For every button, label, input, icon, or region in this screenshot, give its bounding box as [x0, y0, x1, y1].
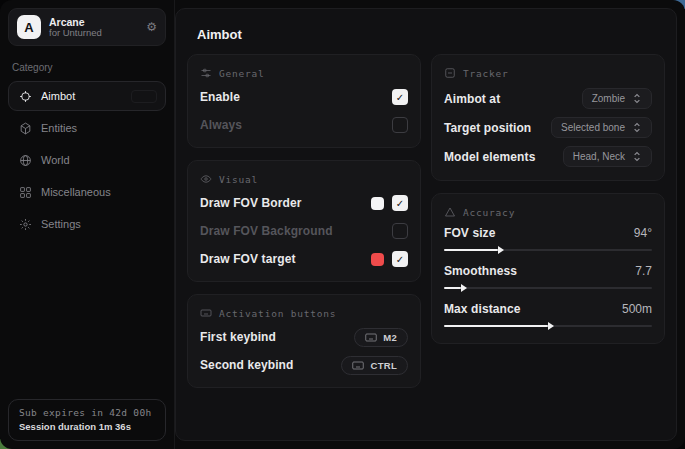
color-swatch-white[interactable] — [371, 197, 384, 210]
brand-name: Arcane — [49, 16, 138, 28]
sidebar-item-aimbot[interactable]: Aimbot — [8, 81, 166, 111]
sidebar-item-label: Settings — [41, 218, 81, 230]
setting-label: First keybind — [200, 330, 276, 344]
first-keybind-button[interactable]: M2 — [354, 328, 408, 347]
fov-border-checkbox[interactable]: ✓ — [392, 195, 408, 211]
second-keybind-button[interactable]: CTRL — [341, 356, 408, 375]
keyboard-icon — [352, 361, 364, 370]
color-swatch-red[interactable] — [371, 253, 384, 266]
max-distance-slider[interactable] — [444, 320, 652, 332]
aimbot-keybind-hint — [131, 90, 157, 103]
aimbot-at-select[interactable]: Zombie — [582, 88, 652, 109]
max-distance-value: 500m — [622, 302, 652, 316]
gear-icon[interactable]: ⚙ — [146, 20, 157, 34]
enable-checkbox[interactable]: ✓ — [392, 89, 408, 105]
setting-label: Draw FOV target — [200, 252, 296, 266]
left-column: General Enable ✓ Always — [187, 54, 421, 388]
fov-size-slider[interactable] — [444, 244, 652, 256]
setting-row-max-distance: Max distance 500m — [444, 302, 652, 332]
right-column: Tracker Aimbot at Zombie Target position — [431, 54, 665, 344]
setting-label: Smoothness — [444, 264, 517, 278]
triangle-icon — [444, 206, 456, 218]
accuracy-card: Accuracy FOV size 94° — [431, 193, 665, 344]
keyboard-icon — [365, 333, 377, 342]
slider-fill — [444, 325, 548, 327]
sidebar-item-world[interactable]: World — [8, 145, 166, 175]
setting-label: Aimbot at — [444, 92, 500, 106]
model-elements-select[interactable]: Head, Neck — [563, 146, 652, 167]
setting-label: FOV size — [444, 226, 495, 240]
setting-row-target-position: Target position Selected bone — [444, 115, 652, 140]
sidebar-item-settings[interactable]: Settings — [8, 209, 166, 239]
setting-label: Max distance — [444, 302, 521, 316]
setting-label: Second keybind — [200, 358, 293, 372]
session-duration-text: Session duration 1m 36s — [19, 421, 155, 432]
fov-background-checkbox[interactable] — [392, 223, 408, 239]
section-title: Tracker — [463, 68, 509, 79]
main-panel: Aimbot General Enable ✓ Al — [175, 8, 677, 441]
sidebar: A Arcane for Unturned ⚙ Category Aimbot — [0, 0, 175, 449]
visual-card: Visual Draw FOV Border ✓ Draw FOV Backgr… — [187, 160, 421, 282]
setting-row-aimbot-at: Aimbot at Zombie — [444, 86, 652, 111]
sidebar-nav: Aimbot Entities World — [8, 81, 166, 239]
sliders-icon — [200, 67, 212, 79]
tracker-card: Tracker Aimbot at Zombie Target position — [431, 54, 665, 181]
eye-icon — [200, 173, 212, 185]
fov-target-checkbox[interactable]: ✓ — [392, 251, 408, 267]
brand-logo: A — [17, 15, 41, 39]
sidebar-item-label: Entities — [41, 122, 77, 134]
sidebar-item-miscellaneous[interactable]: Miscellaneous — [8, 177, 166, 207]
smoothness-slider[interactable] — [444, 282, 652, 294]
slider-fill — [444, 249, 498, 251]
chevron-up-down-icon — [632, 151, 642, 162]
entities-icon — [19, 122, 32, 135]
setting-row-fov-target: Draw FOV target ✓ — [200, 248, 408, 270]
category-label: Category — [12, 62, 166, 73]
chevron-up-down-icon — [632, 93, 642, 104]
setting-row-model-elements: Model elements Head, Neck — [444, 144, 652, 169]
page-title: Aimbot — [197, 27, 665, 42]
setting-row-first-keybind: First keybind M2 — [200, 326, 408, 348]
always-checkbox[interactable] — [392, 117, 408, 133]
setting-label: Always — [200, 118, 242, 132]
setting-row-fov-size: FOV size 94° — [444, 226, 652, 256]
chevron-up-down-icon — [632, 122, 642, 133]
subscription-status-card: Sub expires in 42d 00h Session duration … — [8, 399, 166, 441]
sidebar-item-label: Aimbot — [41, 90, 75, 102]
sub-expires-text: Sub expires in 42d 00h — [19, 407, 155, 418]
sidebar-item-entities[interactable]: Entities — [8, 113, 166, 143]
setting-row-second-keybind: Second keybind CTRL — [200, 354, 408, 376]
setting-row-fov-border: Draw FOV Border ✓ — [200, 192, 408, 214]
globe-icon — [19, 154, 32, 167]
brand-header: A Arcane for Unturned ⚙ — [8, 8, 166, 46]
setting-row-always: Always — [200, 114, 408, 136]
activation-card: Activation buttons First keybind M2 Seco… — [187, 294, 421, 388]
sidebar-item-label: World — [41, 154, 70, 166]
setting-row-smoothness: Smoothness 7.7 — [444, 264, 652, 294]
section-title: Activation buttons — [219, 308, 336, 319]
crosshair-icon — [19, 90, 32, 103]
grid-icon — [19, 186, 32, 199]
cheat-menu-window: A Arcane for Unturned ⚙ Category Aimbot — [0, 0, 685, 449]
section-title: Visual — [219, 174, 258, 185]
square-minus-icon — [444, 67, 456, 79]
slider-fill — [444, 287, 461, 289]
setting-row-enable: Enable ✓ — [200, 86, 408, 108]
setting-label: Target position — [444, 121, 531, 135]
smoothness-value: 7.7 — [635, 264, 652, 278]
setting-row-fov-background: Draw FOV Background — [200, 220, 408, 242]
section-title: General — [219, 68, 265, 79]
sidebar-item-label: Miscellaneous — [41, 186, 111, 198]
setting-label: Model elements — [444, 150, 535, 164]
keyboard-icon — [200, 307, 212, 319]
brand-subtitle: for Unturned — [49, 28, 138, 39]
setting-label: Enable — [200, 90, 240, 104]
gear-icon — [19, 218, 32, 231]
screen: A Arcane for Unturned ⚙ Category Aimbot — [0, 0, 685, 449]
fov-size-value: 94° — [634, 226, 652, 240]
setting-label: Draw FOV Border — [200, 196, 302, 210]
target-position-select[interactable]: Selected bone — [551, 117, 652, 138]
general-card: General Enable ✓ Always — [187, 54, 421, 148]
setting-label: Draw FOV Background — [200, 224, 333, 238]
section-title: Accuracy — [463, 207, 515, 218]
